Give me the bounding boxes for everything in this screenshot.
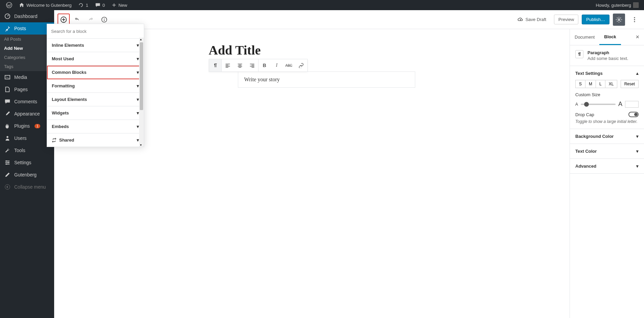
- group-inline-elements[interactable]: Inline Elements▾: [47, 39, 144, 52]
- chevron-down-icon: ▾: [636, 134, 639, 139]
- comment-icon: [95, 2, 101, 8]
- plugin-icon: [4, 123, 11, 129]
- small-a-icon: A: [575, 102, 578, 107]
- nav-plugins[interactable]: Plugins1: [0, 120, 54, 132]
- align-right-button[interactable]: [246, 59, 258, 71]
- block-type-button[interactable]: [209, 59, 221, 71]
- italic-button[interactable]: I: [271, 59, 283, 71]
- group-layout-elements[interactable]: Layout Elements▾: [47, 93, 144, 106]
- comments-link[interactable]: 0: [92, 0, 108, 10]
- nav-users[interactable]: Users: [0, 132, 54, 144]
- save-draft-button[interactable]: Save Draft: [513, 14, 551, 25]
- kebab-icon: [631, 16, 638, 23]
- undo-icon: [74, 16, 81, 23]
- plugins-badge: 1: [35, 124, 41, 128]
- group-label: Most Used: [52, 56, 74, 61]
- more-button[interactable]: [628, 14, 641, 26]
- greeting: Howdy, gutenberg: [596, 3, 631, 8]
- group-embeds[interactable]: Embeds▾: [47, 120, 144, 133]
- group-most-used[interactable]: Most Used▾: [47, 52, 144, 66]
- group-formatting[interactable]: Formatting▾: [47, 79, 144, 93]
- chevron-down-icon: ▾: [137, 97, 139, 102]
- paragraph-block[interactable]: Write your story: [238, 71, 415, 88]
- preview-button[interactable]: Preview: [554, 15, 578, 24]
- admin-bar-right[interactable]: Howdy, gutenberg: [596, 2, 641, 8]
- nav-comments[interactable]: Comments: [0, 96, 54, 108]
- nav-dashboard[interactable]: Dashboard: [0, 10, 54, 22]
- nav-collapse[interactable]: Collapse menu: [0, 181, 54, 193]
- size-xl[interactable]: XL: [605, 80, 618, 88]
- bg-color-section[interactable]: Background Color▾: [570, 129, 644, 144]
- tab-document[interactable]: Document: [570, 29, 599, 45]
- drop-cap-toggle[interactable]: [628, 112, 639, 117]
- svg-point-5: [8, 162, 9, 163]
- title-block[interactable]: Add Title: [209, 43, 415, 58]
- refresh-icon: [78, 2, 84, 8]
- nav-all-posts[interactable]: All Posts: [0, 35, 54, 44]
- home-icon: [19, 2, 24, 8]
- nav-categories[interactable]: Categories: [0, 53, 54, 62]
- size-s[interactable]: S: [575, 80, 585, 88]
- loop-icon: [52, 138, 57, 143]
- size-m[interactable]: M: [585, 80, 596, 88]
- size-l[interactable]: L: [596, 80, 605, 88]
- settings-toggle-button[interactable]: [613, 14, 625, 26]
- nav-gutenberg[interactable]: Gutenberg: [0, 169, 54, 181]
- nav-settings[interactable]: Settings: [0, 156, 54, 169]
- link-button[interactable]: [295, 59, 307, 71]
- group-common-blocks[interactable]: Common Blocks▾: [47, 66, 144, 79]
- nav-tags[interactable]: Tags: [0, 62, 54, 71]
- slider-thumb[interactable]: [584, 102, 589, 107]
- comments-count: 0: [103, 3, 105, 8]
- group-label: Common Blocks: [52, 70, 87, 75]
- group-label: Formatting: [52, 83, 75, 88]
- scroll-down-icon[interactable]: ▾: [140, 143, 142, 147]
- align-left-button[interactable]: [222, 59, 234, 71]
- pin-icon: [4, 25, 11, 32]
- svg-point-14: [634, 19, 635, 20]
- gear-icon: [616, 16, 622, 23]
- updates-link[interactable]: 1: [75, 0, 91, 10]
- font-size-slider[interactable]: [581, 104, 616, 105]
- scrollbar-thumb[interactable]: [140, 42, 143, 110]
- svg-point-12: [618, 19, 620, 20]
- save-draft-label: Save Draft: [526, 17, 546, 22]
- font-size-input[interactable]: [625, 101, 639, 108]
- paragraph-type-icon: [575, 50, 583, 58]
- nav-tools[interactable]: Tools: [0, 144, 54, 156]
- settings-close-button[interactable]: ×: [631, 34, 644, 41]
- publish-button[interactable]: Publish…: [582, 15, 609, 24]
- reset-button[interactable]: Reset: [621, 80, 639, 88]
- align-center-button[interactable]: [234, 59, 246, 71]
- inserter-scrollbar[interactable]: ▴ ▾: [139, 38, 144, 147]
- nav-posts[interactable]: Posts: [0, 22, 54, 35]
- align-left-icon: [225, 63, 230, 68]
- scroll-up-icon[interactable]: ▴: [140, 38, 142, 41]
- advanced-section[interactable]: Advanced▾: [570, 159, 644, 174]
- tab-block[interactable]: Block: [599, 29, 621, 45]
- text-settings-header[interactable]: Text Settings ▴: [575, 71, 639, 76]
- wp-logo[interactable]: [3, 0, 16, 10]
- group-shared[interactable]: Shared▾: [47, 133, 144, 147]
- text-color-section[interactable]: Text Color▾: [570, 144, 644, 159]
- nav-pages[interactable]: Pages: [0, 83, 54, 96]
- group-widgets[interactable]: Widgets▾: [47, 106, 144, 120]
- post-title[interactable]: Add Title: [209, 43, 415, 58]
- editor-header-right: Save Draft Preview Publish…: [513, 14, 641, 26]
- inserter-search-input[interactable]: [51, 29, 140, 34]
- bg-color-label: Background Color: [575, 134, 614, 139]
- nav-appearance[interactable]: Appearance: [0, 108, 54, 120]
- svg-point-13: [634, 17, 635, 18]
- strike-button[interactable]: ABC: [283, 59, 295, 71]
- bold-button[interactable]: B: [259, 59, 271, 71]
- nav-add-new[interactable]: Add New: [0, 44, 54, 53]
- nav-users-label: Users: [14, 135, 27, 141]
- group-label: Widgets: [52, 110, 69, 115]
- new-link[interactable]: New: [108, 0, 131, 10]
- comments-icon: [4, 98, 11, 105]
- large-a-icon: A: [618, 101, 622, 108]
- inserter-list[interactable]: Inline Elements▾ Most Used▾ Common Block…: [47, 38, 144, 147]
- chevron-down-icon: ▾: [137, 70, 139, 75]
- nav-media[interactable]: Media: [0, 71, 54, 83]
- site-link[interactable]: Welcome to Gutenberg: [16, 0, 75, 10]
